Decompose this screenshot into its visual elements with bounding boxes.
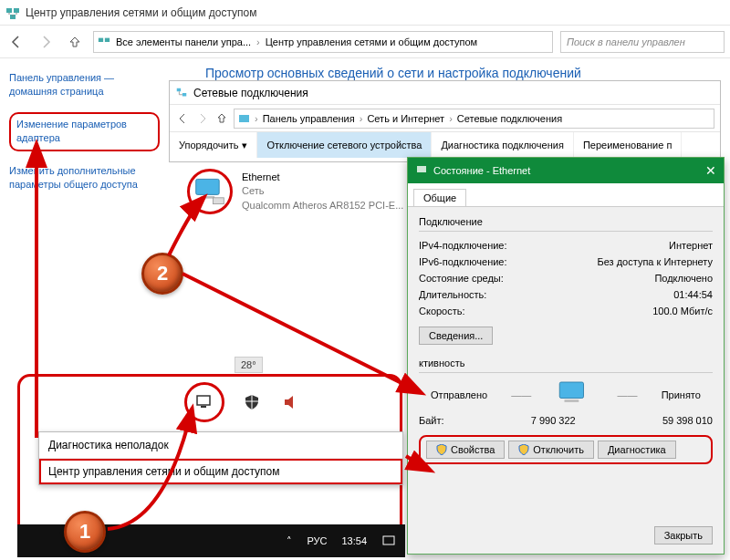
tray-volume-icon[interactable] bbox=[279, 389, 305, 415]
control-panel-icon bbox=[98, 36, 110, 48]
ethernet-status-dialog: Состояние - Ethernet ✕ Общие Подключение… bbox=[407, 157, 725, 555]
disable-button-label: Отключить bbox=[533, 444, 584, 455]
properties-button[interactable]: Свойства bbox=[426, 441, 505, 459]
network-connections-window: Сетевые подключения › Панель управления … bbox=[169, 80, 721, 162]
duration-label: Длительность: bbox=[419, 289, 486, 300]
toolbar-diagnose[interactable]: Диагностика подключения bbox=[432, 132, 573, 158]
up-button[interactable] bbox=[64, 31, 86, 53]
crumb-net-internet[interactable]: Сеть и Интернет bbox=[367, 113, 444, 124]
pc-network-icon bbox=[191, 176, 229, 207]
bytes-sent-value: 7 990 322 bbox=[531, 415, 576, 426]
close-button-label: Закрыть bbox=[664, 530, 703, 541]
tray-lang[interactable]: РУС bbox=[307, 535, 327, 546]
ctx-diagnose[interactable]: Диагностика неполадок bbox=[39, 432, 402, 459]
details-button[interactable]: Сведения... bbox=[419, 327, 493, 345]
tray-network-icon[interactable] bbox=[184, 382, 224, 422]
inner-window-title: Сетевые подключения bbox=[193, 87, 308, 99]
address-bar[interactable]: Все элементы панели упра... › Центр упра… bbox=[93, 31, 553, 53]
crumb-control-panel[interactable]: Панель управления bbox=[263, 113, 355, 124]
status-title: Состояние - Ethernet bbox=[433, 165, 530, 176]
diagnostics-button-label: Диагностика bbox=[608, 444, 666, 455]
ipv6-label: IPv6-подключение: bbox=[419, 256, 507, 267]
svg-rect-6 bbox=[182, 93, 186, 97]
weather-value: 28° bbox=[241, 359, 256, 370]
shield-icon bbox=[436, 444, 447, 455]
shield-icon bbox=[518, 444, 529, 455]
recv-label: Принято bbox=[662, 389, 701, 400]
diagnostics-button[interactable]: Диагностика bbox=[598, 441, 676, 459]
toolbar-diagnose-label: Диагностика подключения bbox=[441, 140, 563, 150]
disable-button[interactable]: Отключить bbox=[508, 441, 594, 459]
back-button[interactable] bbox=[5, 31, 27, 53]
status-titlebar: Состояние - Ethernet ✕ bbox=[408, 158, 724, 183]
close-button[interactable]: Закрыть bbox=[654, 526, 713, 544]
svg-rect-7 bbox=[239, 115, 249, 122]
crumb-net-connections[interactable]: Сетевые подключения bbox=[457, 113, 562, 124]
forward-icon[interactable] bbox=[195, 111, 210, 126]
step-badge-1: 1 bbox=[64, 511, 106, 553]
bytes-recv-value: 59 398 010 bbox=[662, 415, 713, 426]
weather-widget[interactable]: 28° bbox=[235, 357, 263, 373]
back-icon[interactable] bbox=[175, 111, 190, 126]
step-badge-2-label: 2 bbox=[157, 262, 168, 285]
tray-context-menu: Диагностика неполадок Центр управления с… bbox=[38, 431, 403, 485]
tab-general[interactable]: Общие bbox=[413, 189, 466, 206]
svg-rect-1 bbox=[14, 8, 19, 13]
properties-button-label: Свойства bbox=[451, 444, 495, 455]
ethernet-network: Сеть bbox=[242, 184, 403, 198]
activity-pc-icon bbox=[555, 379, 593, 411]
tab-general-label: Общие bbox=[423, 192, 456, 203]
ethernet-adapter-item[interactable]: Ethernet Сеть Qualcomm Atheros AR8152 PC… bbox=[187, 169, 403, 214]
close-icon[interactable]: ✕ bbox=[705, 163, 716, 178]
sidebar-adapter-settings-link[interactable]: Изменение параметров адаптера bbox=[9, 112, 160, 151]
inner-address-bar[interactable]: › Панель управления › Сеть и Интернет › … bbox=[234, 109, 714, 129]
svg-rect-0 bbox=[6, 8, 12, 13]
toolbar-rename[interactable]: Переименование п bbox=[574, 132, 682, 158]
crumb-all-items[interactable]: Все элементы панели упра... bbox=[116, 36, 251, 47]
navbar: Все элементы панели упра... › Центр упра… bbox=[0, 26, 730, 58]
svg-rect-14 bbox=[197, 396, 210, 405]
svg-rect-9 bbox=[201, 196, 214, 199]
svg-rect-16 bbox=[383, 536, 394, 544]
ethernet-status-icon bbox=[415, 164, 428, 177]
ctx-network-center-label: Центр управления сетями и общим доступом bbox=[48, 465, 280, 478]
chevron-down-icon: ▾ bbox=[242, 140, 247, 151]
tray-chevron-icon[interactable]: ˄ bbox=[287, 535, 292, 547]
toolbar-disable-device[interactable]: Отключение сетевого устройства bbox=[257, 132, 432, 158]
svg-rect-15 bbox=[201, 406, 206, 408]
speed-value: 100.0 Мбит/с bbox=[652, 306, 713, 316]
ethernet-name: Ethernet bbox=[242, 171, 403, 184]
ipv6-value: Без доступа к Интернету bbox=[597, 256, 713, 267]
toolbar-disable-label: Отключение сетевого устройства bbox=[266, 140, 422, 150]
ipv4-value: Интернет bbox=[669, 240, 713, 251]
svg-rect-3 bbox=[99, 37, 103, 41]
search-placeholder: Поиск в панели управлен bbox=[567, 36, 685, 47]
step-badge-2: 2 bbox=[141, 253, 183, 295]
search-input[interactable]: Поиск в панели управлен bbox=[560, 31, 725, 53]
sent-label: Отправлено bbox=[431, 389, 487, 400]
network-connections-icon bbox=[175, 87, 188, 99]
svg-rect-11 bbox=[417, 166, 426, 172]
ipv4-label: IPv4-подключение: bbox=[419, 240, 507, 251]
ethernet-adapter: Qualcomm Atheros AR8152 PCI-E... bbox=[242, 199, 403, 213]
step-badge-1-label: 1 bbox=[79, 520, 90, 544]
speed-label: Скорость: bbox=[419, 306, 465, 316]
network-center-icon bbox=[5, 5, 20, 20]
ctx-network-center[interactable]: Центр управления сетями и общим доступом bbox=[39, 459, 402, 484]
svg-rect-13 bbox=[565, 399, 579, 402]
activity-group-label: ктивность bbox=[419, 358, 713, 368]
tray-notification-icon[interactable] bbox=[381, 534, 396, 548]
toolbar-organize-label: Упорядочить bbox=[179, 140, 238, 150]
svg-rect-12 bbox=[560, 382, 584, 399]
tray-security-icon[interactable] bbox=[239, 389, 265, 415]
crumb-network-center[interactable]: Центр управления сетями и общим доступом bbox=[266, 36, 477, 47]
window-titlebar: Центр управления сетями и общим доступом bbox=[0, 0, 730, 26]
toolbar-organize[interactable]: Упорядочить ▾ bbox=[170, 132, 257, 158]
connection-group-label: Подключение bbox=[419, 216, 713, 227]
sidebar-sharing-link[interactable]: Изменить дополнительные параметры общего… bbox=[9, 164, 160, 192]
svg-rect-5 bbox=[177, 88, 181, 91]
up-icon[interactable] bbox=[215, 112, 228, 125]
sidebar-home-link[interactable]: Панель управления — домашняя страница bbox=[9, 71, 160, 99]
ctx-diagnose-label: Диагностика неполадок bbox=[48, 439, 169, 451]
forward-button[interactable] bbox=[35, 31, 57, 53]
